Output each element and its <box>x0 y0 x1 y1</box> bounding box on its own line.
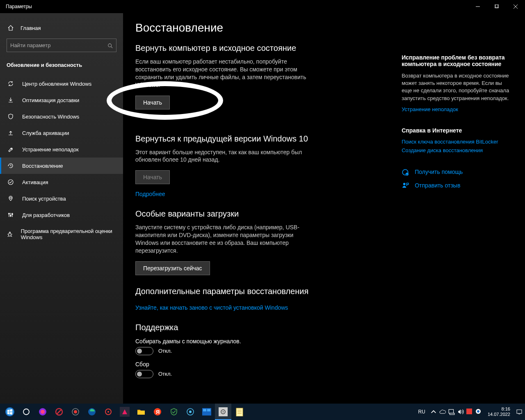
svg-rect-46 <box>450 413 454 414</box>
gear-icon <box>219 407 228 416</box>
svg-rect-37 <box>207 409 210 411</box>
record-icon <box>71 408 80 416</box>
svg-rect-2 <box>495 5 499 8</box>
folder-icon <box>137 408 145 415</box>
home-row[interactable]: Главная <box>0 21 123 39</box>
sidebar-item-windows-security[interactable]: Безопасность Windows <box>0 108 123 125</box>
tray-clock[interactable]: 8:16 14.07.2022 <box>484 406 514 417</box>
close-icon <box>514 5 518 9</box>
tray-app2-icon[interactable] <box>475 409 482 415</box>
tray-volume-icon[interactable] <box>457 409 464 415</box>
taskbar-app-9[interactable] <box>182 404 199 420</box>
taskbar-app-8[interactable] <box>166 404 182 420</box>
tray-notifications-icon[interactable] <box>516 409 523 415</box>
svg-line-6 <box>111 46 113 48</box>
shield-green-icon <box>170 408 178 416</box>
taskbar-app-2[interactable] <box>51 404 67 420</box>
search-icon <box>107 42 113 48</box>
notepad-icon <box>235 407 244 416</box>
taskbar-app-10[interactable] <box>199 404 215 420</box>
taskbar-yandex[interactable]: Я <box>149 404 166 420</box>
minimize-button[interactable] <box>468 0 487 13</box>
yandex-icon: Я <box>153 408 162 416</box>
svg-rect-50 <box>517 410 522 413</box>
tray-onedrive-icon[interactable] <box>439 409 446 415</box>
goback-more-link[interactable]: Подробнее <box>135 191 165 197</box>
sidebar-item-label: Устранение неполадок <box>22 146 79 153</box>
sync-icon <box>7 80 15 87</box>
sidebar-item-label: Служба архивации <box>22 130 69 136</box>
svg-rect-36 <box>203 409 206 411</box>
svg-point-8 <box>10 197 11 199</box>
wrench-icon <box>7 146 15 153</box>
tray-app-icon[interactable] <box>466 409 473 415</box>
taskbar-app-5[interactable] <box>100 404 116 420</box>
taskbar-settings[interactable] <box>215 404 231 420</box>
restart-now-button[interactable]: Перезагрузить сейчас <box>135 261 210 275</box>
taskbar-explorer[interactable] <box>133 404 149 420</box>
sidebar-item-activation[interactable]: Активация <box>0 174 123 190</box>
sidebar-item-find-my-device[interactable]: Поиск устройства <box>0 190 123 207</box>
svg-line-24 <box>57 409 62 414</box>
fresh-start-link[interactable]: Узнайте, как начать заново с чистой уста… <box>135 304 288 311</box>
sidebar-item-troubleshoot[interactable]: Устранение неполадок <box>0 141 123 158</box>
aside-fix-link[interactable]: Устранение неполадок <box>402 106 513 112</box>
dump-label: Собирать дампы с помощью журналов. <box>135 338 385 345</box>
app-icon <box>186 408 194 416</box>
sidebar-item-delivery-optimization[interactable]: Оптимизация доставки <box>0 92 123 108</box>
tray-language[interactable]: RU <box>416 409 428 415</box>
svg-point-19 <box>6 408 14 415</box>
aside-bitlocker-link[interactable]: Поиск ключа восстановления BitLocker <box>402 139 513 145</box>
sidebar-item-windows-update[interactable]: Центр обновления Windows <box>0 75 123 92</box>
system-tray: RU 8:16 14.07.2022 <box>416 406 525 417</box>
aside-fix-body: Возврат компьютера в исходное состояние … <box>402 72 513 102</box>
aside-recovery-drive-link[interactable]: Создание диска восстановления <box>402 147 513 153</box>
taskbar-app-6[interactable] <box>116 404 133 420</box>
svg-point-40 <box>223 411 224 413</box>
get-help-link[interactable]: ? Получить помощь <box>402 168 513 176</box>
dump-toggle[interactable] <box>135 347 153 355</box>
taskbar-edge[interactable] <box>84 404 100 420</box>
sidebar-item-backup[interactable]: Служба архивации <box>0 125 123 141</box>
sidebar-item-label: Активация <box>22 179 48 185</box>
app-icon <box>120 407 130 417</box>
search-input[interactable] <box>7 39 116 52</box>
feedback-link[interactable]: Отправить отзыв <box>402 182 513 189</box>
gear-red-icon <box>104 408 112 416</box>
windows-start-icon <box>5 407 15 417</box>
sidebar-item-label: Оптимизация доставки <box>22 97 79 103</box>
taskbar-notepad[interactable] <box>231 404 248 420</box>
feedback-label: Отправить отзыв <box>415 182 460 189</box>
taskbar-app-3[interactable] <box>67 404 84 420</box>
taskbar-cortana[interactable] <box>18 404 34 420</box>
collect-toggle[interactable] <box>135 370 153 378</box>
sliders-icon <box>7 212 15 218</box>
sidebar-item-label: Безопасность Windows <box>22 114 79 120</box>
maximize-icon <box>495 5 499 9</box>
svg-rect-45 <box>449 409 453 413</box>
tray-network-icon[interactable] <box>448 409 455 415</box>
sidebar-section-title: Обновление и безопасность <box>0 58 123 75</box>
close-button[interactable] <box>506 0 525 13</box>
sidebar-item-windows-insider[interactable]: Программа предварительной оценки Windows <box>0 223 123 245</box>
sidebar-item-for-developers[interactable]: Для разработчиков <box>0 207 123 223</box>
sidebar-item-label: Поиск устройства <box>22 196 66 202</box>
start-button[interactable] <box>2 404 18 420</box>
tray-date: 14.07.2022 <box>488 412 510 417</box>
feedback-icon <box>402 182 410 189</box>
more-recovery-heading: Дополнительные параметры восстановления <box>135 287 385 296</box>
taskbar-app-1[interactable] <box>34 404 51 420</box>
sidebar-item-label: Восстановление <box>22 163 63 169</box>
maximize-button[interactable] <box>487 0 506 13</box>
advanced-body: Запустите систему с устройства либо диск… <box>135 224 316 255</box>
tray-chevron-up-icon[interactable] <box>430 409 437 415</box>
reset-start-button[interactable]: Начать <box>135 96 170 110</box>
home-label: Главная <box>21 25 41 31</box>
dump-toggle-state: Откл. <box>158 348 172 354</box>
support-heading: Поддержка <box>135 323 385 332</box>
svg-rect-47 <box>466 409 472 414</box>
aside-help-heading: Справка в Интернете <box>402 127 513 134</box>
reset-heading: Вернуть компьютер в исходное состояние <box>135 43 385 53</box>
sidebar-item-recovery[interactable]: Восстановление <box>0 158 123 174</box>
svg-point-17 <box>403 183 406 185</box>
